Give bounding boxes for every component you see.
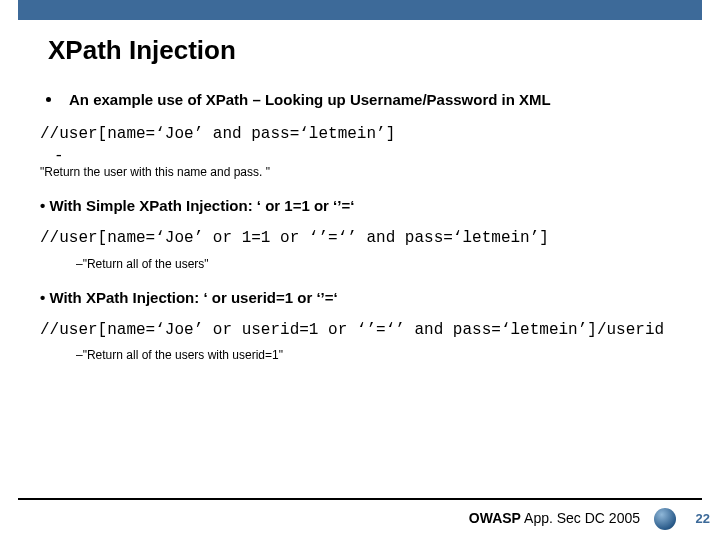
bullet-simple-injection: • With Simple XPath Injection: ‘ or 1=1 … (40, 197, 680, 214)
slide-content: XPath Injection An example use of XPath … (40, 30, 680, 380)
dash-line: - (54, 147, 680, 165)
bullet-xpath-injection: • With XPath Injection: ‘ or userid=1 or… (40, 289, 680, 306)
desc-1: "Return the user with this name and pass… (40, 165, 680, 179)
bullet-example: An example use of XPath – Looking up Use… (40, 91, 680, 108)
page-title: XPath Injection (48, 35, 680, 66)
code-block-3: //user[name=‘Joe’ or userid=1 or ‘’=‘’ a… (40, 320, 680, 341)
code-block-1: //user[name=‘Joe’ and pass=‘letmein’] (40, 124, 680, 145)
page-number: 22 (696, 511, 710, 526)
globe-icon (654, 508, 676, 530)
bullet-text-1: An example use of XPath – Looking up Use… (69, 91, 551, 108)
bullet-icon (46, 97, 51, 102)
footer-event: App. Sec DC 2005 (521, 510, 640, 526)
header-bar (18, 0, 702, 20)
code-block-2: //user[name=‘Joe’ or 1=1 or ‘’=‘’ and pa… (40, 228, 680, 249)
footer-org: OWASP (469, 510, 521, 526)
footer-divider (18, 498, 702, 500)
desc-3: –"Return all of the users with userid=1" (76, 348, 680, 362)
footer-label: OWASP App. Sec DC 2005 (469, 510, 640, 526)
desc-2: –"Return all of the users" (76, 257, 680, 271)
